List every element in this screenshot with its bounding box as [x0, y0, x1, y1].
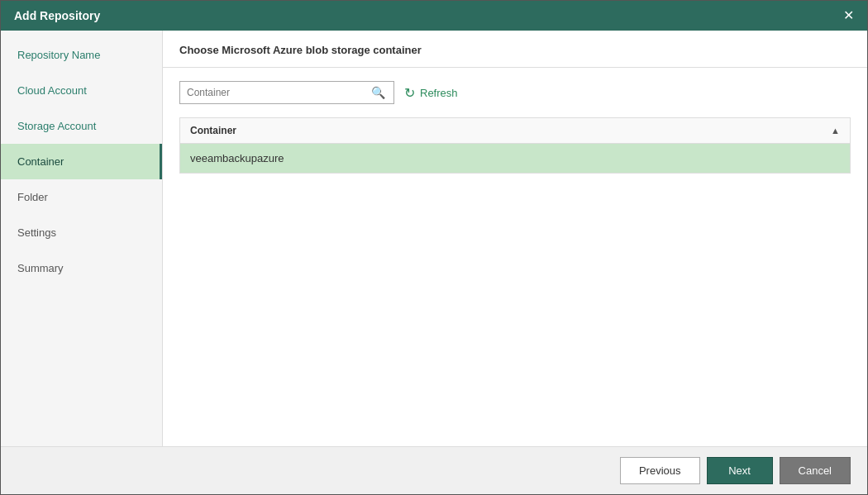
- sidebar-item-summary[interactable]: Summary: [1, 250, 162, 286]
- table-header: Container ▲: [179, 117, 851, 143]
- sidebar-item-folder[interactable]: Folder: [1, 179, 162, 215]
- content-header: Choose Microsoft Azure blob storage cont…: [163, 31, 867, 68]
- main-content: Choose Microsoft Azure blob storage cont…: [163, 31, 867, 446]
- content-title: Choose Microsoft Azure blob storage cont…: [179, 44, 422, 56]
- content-area: 🔍 ↻ Refresh Container ▲ veeambac: [163, 68, 867, 446]
- sidebar-item-container[interactable]: Container: [1, 144, 162, 179]
- container-table: Container ▲ veeambackupazure: [179, 117, 851, 174]
- refresh-icon: ↻: [404, 85, 415, 101]
- dialog-footer: Previous Next Cancel: [1, 446, 867, 494]
- previous-button[interactable]: Previous: [620, 457, 700, 484]
- sidebar-item-settings[interactable]: Settings: [1, 215, 162, 250]
- close-button[interactable]: ✕: [843, 9, 854, 22]
- sidebar-item-repository-name[interactable]: Repository Name: [1, 37, 162, 73]
- cancel-button[interactable]: Cancel: [780, 457, 851, 484]
- sidebar-item-storage-account[interactable]: Storage Account: [1, 108, 162, 144]
- add-repository-dialog: Add Repository ✕ Repository Name Cloud A…: [0, 0, 868, 495]
- search-button[interactable]: 🔍: [370, 86, 387, 99]
- search-row: 🔍 ↻ Refresh: [179, 81, 851, 104]
- search-icon: 🔍: [371, 86, 385, 99]
- dialog-title: Add Repository: [14, 9, 100, 22]
- column-header-container: Container: [190, 125, 236, 136]
- next-button[interactable]: Next: [707, 457, 773, 484]
- sidebar: Repository Name Cloud Account Storage Ac…: [1, 31, 163, 446]
- dialog-body: Repository Name Cloud Account Storage Ac…: [1, 31, 867, 446]
- sidebar-item-cloud-account[interactable]: Cloud Account: [1, 73, 162, 108]
- refresh-button[interactable]: ↻ Refresh: [404, 85, 458, 101]
- table-row[interactable]: veeambackupazure: [179, 143, 851, 174]
- refresh-label: Refresh: [420, 87, 458, 99]
- search-box: 🔍: [179, 81, 394, 104]
- title-bar: Add Repository ✕: [1, 1, 867, 31]
- container-name: veeambackupazure: [190, 152, 284, 164]
- container-search-input[interactable]: [187, 87, 370, 98]
- sort-icon: ▲: [831, 126, 840, 136]
